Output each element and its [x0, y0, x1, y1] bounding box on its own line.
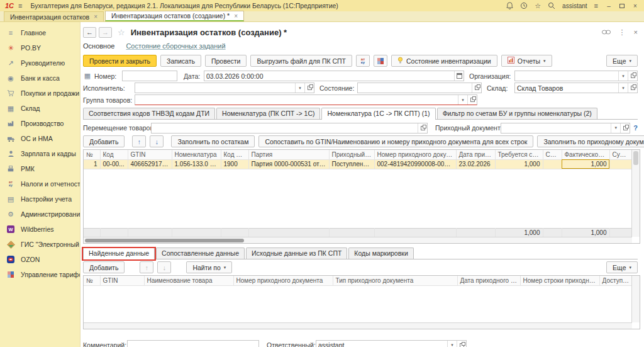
atku-tool-button[interactable]: атку	[356, 55, 370, 67]
sidebar-item-accounting-settings[interactable]: ▤Настройки учета	[0, 191, 80, 207]
vertical-scrollbar[interactable]	[631, 276, 640, 322]
more-button-top[interactable]: Еще▾	[606, 55, 638, 67]
help-question-icon[interactable]: ?	[633, 124, 638, 132]
sidebar-item-purchases-sales[interactable]: Покупки и продажи	[0, 86, 80, 101]
responsible-field[interactable]	[316, 341, 447, 347]
tab-main[interactable]: Основное	[83, 42, 114, 50]
horizontal-scrollbar[interactable]	[84, 237, 632, 243]
col-header[interactable]: Номер приходного документа	[233, 276, 333, 285]
col-header[interactable]: №	[84, 150, 100, 159]
sidebar-item-rmk[interactable]: РМК	[0, 161, 80, 176]
col-header[interactable]: Наименование товара	[144, 276, 233, 285]
tab-source-data-spt[interactable]: Исходные данные из ПК СПТ	[246, 247, 347, 259]
inventory-status-button[interactable]: Состояние инвентаризации	[391, 55, 497, 67]
assembly-status-link[interactable]: Состояние сборочных заданий	[126, 42, 225, 50]
sidebar-item-warehouse[interactable]: ▦Склад	[0, 101, 80, 116]
move-up-button-lower[interactable]: ↑	[140, 261, 153, 273]
goods-group-dropdown-button[interactable]: ▾	[458, 95, 467, 105]
col-header[interactable]: Фактическое количество	[562, 150, 609, 159]
col-header[interactable]: GTIN	[128, 150, 172, 159]
cell-actual-quantity[interactable]: 1,000	[562, 159, 609, 169]
horizontal-scrollbar[interactable]	[84, 322, 632, 329]
add-row-button-lower[interactable]: Добавить	[83, 261, 125, 273]
warehouse-dropdown-button[interactable]: ▾	[618, 83, 628, 93]
sidebar-item-manager[interactable]: ↗Руководителю	[0, 55, 80, 71]
movement-field[interactable]	[152, 123, 418, 133]
receipt-doc-field[interactable]	[501, 123, 611, 133]
col-header[interactable]: №	[84, 276, 100, 285]
col-header[interactable]: Дата приходного ...	[456, 150, 495, 159]
state-field[interactable]	[358, 83, 472, 93]
window-tab-inventory-new[interactable]: Инвентаризация остатков (создание) * ×	[105, 11, 244, 21]
more-button-lower-grid[interactable]: Еще▾	[606, 261, 638, 273]
state-open-button[interactable]	[472, 83, 481, 93]
current-user[interactable]: assistant	[562, 3, 587, 9]
sidebar-item-fixed-assets[interactable]: ОС и НМА	[0, 131, 80, 146]
col-header[interactable]: Код ДТИ (...	[221, 150, 248, 159]
col-header[interactable]: Номер приходного документа	[374, 150, 456, 159]
tab-filter-accounts[interactable]: Фильтр по счетам БУ и группы номенклатур…	[437, 108, 597, 119]
match-by-gtin-button[interactable]: Сопоставить по GTIN/Наименованию и номер…	[258, 135, 533, 147]
cell-sum[interactable]	[609, 159, 632, 169]
more-actions-kebab-icon[interactable]: ⋮	[619, 28, 626, 37]
sidebar-item-salary-hr[interactable]: Зарплата и кадры	[0, 146, 80, 161]
col-header[interactable]: Тип приходного документа	[333, 276, 457, 285]
cell-receipt-doc-number[interactable]: 002-4819420990008-0000000307	[374, 159, 456, 169]
calendar-button[interactable]	[454, 71, 464, 81]
tab-tnved-dti[interactable]: Соответствия кодов ТНВЭД кодам ДТИ	[83, 108, 215, 119]
maximize-button[interactable]	[619, 4, 625, 8]
history-icon[interactable]	[520, 2, 528, 9]
forward-button[interactable]: →	[99, 27, 112, 38]
user-menu-icon[interactable]: ≡	[594, 3, 598, 9]
col-header[interactable]: Требуется сопоставить	[495, 150, 543, 159]
col-header[interactable]: Партия	[248, 150, 329, 159]
find-by-button[interactable]: Найти по▾	[186, 261, 232, 273]
col-header[interactable]: Код	[100, 150, 128, 159]
post-button[interactable]: Провести	[205, 55, 247, 67]
warehouse-field[interactable]	[515, 83, 618, 93]
executor-open-button[interactable]	[304, 83, 314, 93]
tab-matched-data[interactable]: Сопоставленные данные	[156, 247, 245, 259]
favorites-star-icon[interactable]: ☆	[535, 3, 541, 9]
responsible-open-button[interactable]	[457, 341, 466, 347]
tab-found-data[interactable]: Найденные данные	[83, 247, 155, 259]
comment-field[interactable]	[128, 341, 258, 347]
organization-field[interactable]	[515, 71, 618, 81]
number-field[interactable]	[123, 71, 177, 81]
col-header[interactable]: Номенклатура	[172, 150, 221, 159]
cell-line-no[interactable]: 1	[84, 159, 100, 169]
date-field[interactable]	[204, 71, 454, 81]
move-down-button-lower[interactable]: ↓	[157, 261, 171, 273]
reports-button[interactable]: Отчеты▾	[501, 55, 552, 67]
sidebar-item-administration[interactable]: ⚙Администрирование	[0, 207, 80, 222]
col-header[interactable]: Доступное ко...	[599, 276, 632, 285]
goods-group-field[interactable]	[135, 95, 458, 105]
close-tab-icon[interactable]: ×	[234, 13, 238, 20]
sidebar-item-wildberries[interactable]: WWildberries	[0, 222, 80, 237]
sidebar-item-poby[interactable]: ✳PO.BY	[0, 40, 80, 55]
scrollbar-thumb[interactable]	[633, 151, 638, 165]
cell-dti-code[interactable]: 1900	[221, 159, 248, 169]
save-button[interactable]: Записать	[160, 55, 201, 67]
color-grid-tool-button[interactable]	[374, 55, 387, 67]
sidebar-item-taxes[interactable]: аткуНалоги и отчетность	[0, 176, 80, 191]
warehouse-open-button[interactable]	[628, 83, 637, 93]
executor-dropdown-button[interactable]: ▾	[295, 83, 304, 93]
back-button[interactable]: ←	[83, 27, 96, 38]
cell-need-match[interactable]: 1,000	[495, 159, 543, 169]
receipt-doc-dropdown-button[interactable]: ▾	[611, 123, 620, 133]
close-tab-icon[interactable]: ×	[94, 13, 97, 20]
tab-nomenclature-spt-1c[interactable]: Номенклатура (ПК СПТ -> 1С)	[216, 108, 320, 119]
col-header[interactable]: Дата приходного документа	[457, 276, 520, 285]
notifications-bell-icon[interactable]	[506, 2, 513, 9]
vertical-scrollbar[interactable]	[631, 150, 640, 237]
fill-by-receipt-button[interactable]: Заполнить по приходному документу	[537, 135, 644, 147]
cell-nomenclature[interactable]: 1.056-133.0 FCV ...	[172, 159, 221, 169]
cell-receipt-doc[interactable]: Поступление товаров...	[329, 159, 374, 169]
cell-batch[interactable]: Партия 0000-000531 от 23.02.20...	[248, 159, 329, 169]
main-menu-icon[interactable]: ≡	[18, 3, 22, 9]
get-link-icon[interactable]	[602, 28, 611, 36]
organization-dropdown-button[interactable]: ▾	[618, 71, 628, 81]
col-header[interactable]: GTIN	[100, 276, 144, 285]
add-row-button[interactable]: Добавить	[83, 135, 125, 147]
